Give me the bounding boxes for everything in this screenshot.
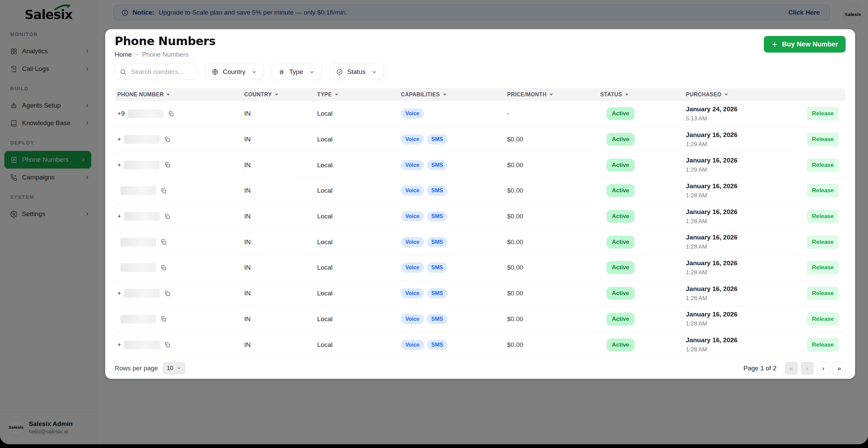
sidebar-item-label: Call Logs [22,65,49,73]
purchased-cell: January 16, 2026 1:28 AM [686,182,799,199]
search-icon [120,69,127,75]
account-avatar[interactable]: Salesix [843,5,863,24]
country-cell: IN [244,341,317,349]
search-input[interactable] [130,68,192,76]
hash-icon [278,69,285,75]
main-area: Notice: Upgrade to Scale plan and save 5… [97,0,868,444]
sidebar-item-phone-numbers[interactable]: Phone Numbers [4,151,91,169]
sidebar-item-knowledge-base[interactable]: Knowledge Base [0,114,97,132]
country-cell: IN [244,110,317,117]
purchased-cell: January 16, 2026 1:28 AM [686,234,799,250]
copy-icon[interactable] [164,342,171,348]
phone-number-cell [117,315,244,324]
purchased-time: 1:28 AM [686,346,799,353]
sidebar-item-agents-setup[interactable]: Agents Setup [0,97,97,114]
rows-per-page-select[interactable]: 10 [163,362,186,374]
user-profile[interactable]: Salesix Salesix Admin hello@salesix.ai [0,412,97,444]
sidebar-item-settings[interactable]: Settings [0,205,97,223]
release-button[interactable]: Release [807,235,839,249]
redacted-phone-number [120,238,156,247]
capability-badge: SMS [427,288,448,298]
capability-badge: Voice [401,340,424,350]
release-button[interactable]: Release [807,287,839,300]
release-button[interactable]: Release [807,210,839,223]
sidebar-item-label: Phone Numbers [22,156,69,163]
release-button[interactable]: Release [807,338,839,352]
release-button[interactable]: Release [807,184,839,197]
chevron-right-icon [84,48,90,54]
price-cell: $0.00 [507,187,600,194]
avatar-wordmark: Salesix [9,425,24,430]
phone-number-cell [117,263,244,272]
column-header-price[interactable]: Price/Month [507,92,600,98]
first-page-button[interactable]: « [785,362,798,375]
breadcrumb-home-link[interactable]: Home [115,51,132,58]
copy-icon[interactable] [164,290,171,297]
search-box[interactable] [115,64,197,80]
plus-icon [771,41,778,48]
next-page-button[interactable]: › [817,362,830,375]
phone-prefix: + [117,341,121,349]
release-button[interactable]: Release [807,312,839,326]
buy-new-number-button[interactable]: Buy New Number [764,36,846,53]
status-cell: Active [600,184,686,197]
release-button[interactable]: Release [807,107,839,120]
copy-icon[interactable] [164,162,171,168]
sidebar-item-label: Knowledge Base [22,119,71,127]
phone-number-cell [117,186,244,195]
status-badge: Active [606,107,635,120]
capability-badge: Voice [401,186,424,196]
country-filter-dropdown[interactable]: Country [205,64,264,80]
purchased-date: January 16, 2026 [686,234,799,241]
type-filter-dropdown[interactable]: Type [272,64,322,80]
capabilities-cell: Voice [401,109,507,119]
copy-icon[interactable] [160,188,167,194]
table-footer: Rows per page 10 Page 1 of 2 « ‹ › » [115,358,846,379]
column-header-country[interactable]: Country [244,92,317,98]
status-cell: Active [600,159,686,172]
purchased-time: 1:28 AM [686,320,799,327]
copy-icon[interactable] [160,316,167,322]
capabilities-cell: VoiceSMS [401,262,507,273]
copy-icon[interactable] [160,265,167,271]
status-cell: Active [600,236,686,249]
notice-action-link[interactable]: Click Here [788,9,822,16]
status-filter-dropdown[interactable]: Status [329,64,384,80]
breadcrumb-current: Phone Numbers [142,51,189,58]
type-cell: Local [317,110,401,117]
price-cell: $0.00 [507,264,600,271]
purchased-date: January 16, 2026 [686,208,799,216]
previous-page-button[interactable]: ‹ [801,362,814,375]
column-header-status[interactable]: Status [600,92,686,98]
status-cell: Active [600,261,686,274]
table-row: + IN Local VoiceSMS $0.00 Active January… [115,204,846,230]
info-icon [121,9,129,16]
sidebar-item-campaigns[interactable]: Campaigns [0,169,97,186]
sidebar-item-call-logs[interactable]: Call Logs [0,60,97,78]
sidebar-item-label: Agents Setup [22,102,61,109]
purchased-date: January 16, 2026 [686,157,799,164]
copy-icon[interactable] [164,136,171,143]
column-header-purchased[interactable]: Purchased [686,92,799,98]
last-page-button[interactable]: » [833,362,846,375]
type-cell: Local [317,238,401,246]
release-button[interactable]: Release [807,133,839,146]
column-header-phone-number[interactable]: Phone Number [117,92,244,98]
price-cell: $0.00 [507,315,600,323]
country-cell: IN [244,187,317,194]
table-header-row: Phone Number Country Type Capabilities P… [115,88,846,101]
purchased-cell: January 16, 2026 1:28 AM [686,311,799,327]
type-cell: Local [317,264,401,271]
copy-icon[interactable] [160,239,167,245]
column-header-type[interactable]: Type [317,92,401,98]
release-button[interactable]: Release [807,261,839,274]
copy-icon[interactable] [164,213,171,220]
chevron-right-icon [84,211,90,217]
release-button[interactable]: Release [807,158,839,172]
column-header-capabilities[interactable]: Capabilities [401,92,507,98]
copy-icon[interactable] [168,111,174,117]
status-filter-label: Status [347,68,366,76]
phone-number-cell: + [117,135,244,144]
sidebar-item-analytics[interactable]: Analytics [0,42,97,60]
phone-numbers-table: Phone Number Country Type Capabilities P… [115,88,846,358]
